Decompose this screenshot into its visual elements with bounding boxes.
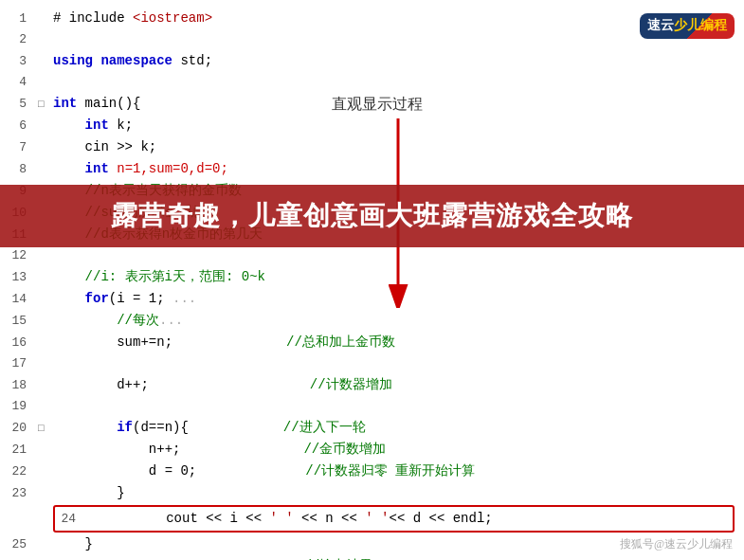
line-code-16: sum+=n;//总和加上金币数	[53, 332, 744, 352]
banner-text: 露营奇趣，儿童创意画大班露营游戏全攻略	[111, 201, 633, 230]
line-num-21: 21	[0, 440, 38, 461]
line-num-14: 14	[0, 289, 38, 310]
line-13: 13 //i: 表示第i天，范围: 0~k	[0, 266, 744, 288]
line-code-14: for(i = 1; ...	[53, 288, 744, 309]
line-num-7: 7	[0, 137, 38, 158]
line-num-19: 19	[0, 396, 38, 417]
line-num-8: 8	[0, 159, 38, 180]
line-num-25: 25	[0, 534, 38, 555]
line-num-16: 16	[0, 333, 38, 353]
line-15: 15 //每次...	[0, 310, 744, 332]
line-num-12: 12	[0, 245, 38, 266]
line-num-4: 4	[0, 72, 38, 93]
line-code-21: n++;//金币数增加	[53, 439, 744, 460]
line-num-26: 26	[0, 556, 38, 560]
line-3: 3 using namespace std;	[0, 50, 744, 72]
line-code-18: d++;//计数器增加	[53, 374, 744, 395]
line-code-24: cout << i << ' ' << n << ' '<< d << endl…	[102, 508, 729, 529]
line-num-15: 15	[0, 311, 38, 332]
line-num-23: 23	[0, 483, 38, 504]
line-code-23: }	[53, 482, 744, 503]
line-code-5: int main(){	[53, 93, 744, 114]
line-6: 6 int k;	[0, 115, 744, 136]
line-code-7: cin >> k;	[53, 136, 744, 157]
line-5: 5 □ int main(){	[0, 93, 744, 115]
line-num-22: 22	[0, 461, 38, 482]
line-num-20: 20	[0, 418, 38, 439]
line-num-17: 17	[0, 353, 38, 374]
line-21: 21 n++;//金币数增加	[0, 439, 744, 461]
line-17: 17	[0, 353, 744, 374]
line-4: 4	[0, 72, 744, 93]
footer: 搜狐号@速云少儿编程	[620, 536, 733, 552]
line-1: 1 # include <iostream>	[0, 8, 744, 29]
line-num-2: 2	[0, 29, 38, 50]
line-code-1: # include <iostream>	[53, 8, 744, 28]
line-22: 22 d = 0;//计数器归零 重新开始计算	[0, 461, 744, 482]
line-26: 26 cout << sum;//输出结果	[0, 555, 744, 560]
line-20: 20 □ if(d==n){//进入下一轮	[0, 417, 744, 439]
line-12: 12	[0, 245, 744, 266]
line-num-5: 5	[0, 94, 38, 115]
line-16: 16 sum+=n;//总和加上金币数	[0, 332, 744, 353]
banner: 露营奇趣，儿童创意画大班露营游戏全攻略	[0, 185, 744, 247]
line-code-22: d = 0;//计数器归零 重新开始计算	[53, 461, 744, 481]
footer-text: 搜狐号@速云少儿编程	[620, 537, 733, 551]
line-code-13: //i: 表示第i天，范围: 0~k	[53, 266, 744, 287]
line-7: 7 cin >> k;	[0, 136, 744, 158]
line-ind-20: □	[38, 418, 53, 439]
line-code-8: int n=1,sum=0,d=0;	[53, 158, 744, 179]
code-container: 速云少儿编程 1 # include <iostream> 2 3 using …	[0, 0, 744, 560]
line-code-20: if(d==n){//进入下一轮	[53, 417, 744, 438]
line-num-24: 24	[59, 509, 87, 530]
line-8: 8 int n=1,sum=0,d=0;	[0, 158, 744, 180]
code-area: 1 # include <iostream> 2 3 using namespa…	[0, 0, 744, 560]
line-14: 14 for(i = 1; ...	[0, 288, 744, 310]
line-code-26: cout << sum;//输出结果	[53, 555, 744, 560]
line-num-6: 6	[0, 116, 38, 136]
line-ind-5: □	[38, 94, 53, 115]
line-num-13: 13	[0, 267, 38, 288]
line-code-3: using namespace std;	[53, 50, 744, 71]
line-23: 23 }	[0, 482, 744, 504]
line-code-6: int k;	[53, 115, 744, 135]
line-num-1: 1	[0, 9, 38, 29]
line-num-18: 18	[0, 375, 38, 396]
line-2: 2	[0, 29, 744, 50]
line-18: 18 d++;//计数器增加	[0, 374, 744, 396]
line-num-3: 3	[0, 51, 38, 72]
line-19: 19	[0, 396, 744, 417]
line-code-15: //每次...	[53, 310, 744, 331]
line-24: 24 cout << i << ' ' << n << ' '<< d << e…	[53, 505, 735, 533]
